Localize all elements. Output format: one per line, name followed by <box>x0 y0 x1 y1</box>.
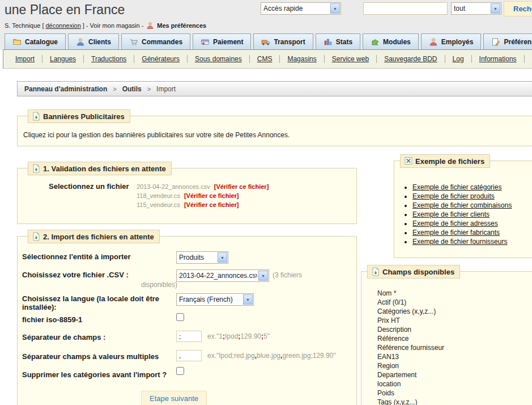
files-available-note: disponibles) <box>141 281 177 289</box>
field-item: Actif (0/1) <box>377 298 444 307</box>
example-file-link[interactable]: Exemple de fichier combinaisons <box>412 201 512 209</box>
person-pink-icon <box>146 22 154 29</box>
delete-categories-checkbox[interactable] <box>176 367 184 375</box>
tab-preferences[interactable]: Préférences <box>483 33 532 50</box>
entity-select[interactable]: Produits <box>177 252 228 263</box>
field-item: EAN13 <box>377 352 444 361</box>
search-input[interactable] <box>363 2 448 15</box>
example-file-link[interactable]: Exemple de fichier clients <box>412 210 490 218</box>
tab-employes[interactable]: Employés <box>421 33 482 50</box>
tab-catalogue[interactable]: Catalogue <box>5 33 66 50</box>
list-item: Exemple de fichier produits <box>412 192 512 201</box>
subtab-traductions[interactable]: Traductions <box>84 55 134 63</box>
iso-checkbox[interactable] <box>176 313 184 321</box>
credit-card-icon <box>201 37 210 47</box>
multivalue-separator-example: ex."Ipod;red.jpg,blue.jpg,green.jpg;129.… <box>207 352 336 360</box>
example-file-link[interactable]: Exemple de fichier fournisseurs <box>412 238 507 246</box>
tab-label: Clients <box>88 38 111 46</box>
subtab-service-web[interactable]: Service web <box>325 55 377 63</box>
page-pencil-icon <box>491 37 500 47</box>
breadcrumb: Panneau d'administration > Outils > Impo… <box>17 81 532 96</box>
csv-file-select-wrap: 2013-04-22_annonces.csv ▼ <box>176 269 269 282</box>
available-fields-section: Champs disponibles Nom * Actif (0/1) Cat… <box>361 271 532 405</box>
tab-label: Paiement <box>213 38 243 46</box>
next-step-button[interactable]: Etape suivante <box>141 391 207 405</box>
multivalue-separator-input[interactable] <box>176 350 202 361</box>
examples-section: Exemple de fichiers Exemple de fichier c… <box>394 161 532 258</box>
banner-title: Bannières Publicitaires <box>43 112 125 121</box>
field-item: Poids <box>377 389 444 398</box>
quick-access-select[interactable]: Accès rapide <box>261 3 341 14</box>
subtab-import[interactable]: Import <box>8 55 42 63</box>
field-item: Prix HT <box>377 316 444 325</box>
subtab-sous-domaines[interactable]: Sous domaines <box>188 55 250 63</box>
breadcrumb-item[interactable]: Outils <box>122 85 142 93</box>
pending-file: 115_vendeur.cs [Vérifier ce fichier] <box>137 200 269 209</box>
subtab-generateurs[interactable]: Générateurs <box>134 55 188 63</box>
validation-section-legend: 1. Validation des fichiers en attente <box>28 162 172 175</box>
delete-categories-label: Supprimer les catégories avant l'import … <box>22 370 192 379</box>
import-page-icon <box>32 164 40 173</box>
validation-section: 1. Validation des fichiers en attente Se… <box>17 168 357 224</box>
csv-file-label: Choisissez votre fichier .CSV : <box>22 271 176 279</box>
example-file-link[interactable]: Exemple de fichier catégories <box>412 183 501 191</box>
my-preferences-link[interactable]: Mes préférences <box>157 22 206 29</box>
main-tab-bar: Catalogue Clients Commandes Paiement Tra… <box>0 33 532 50</box>
bracket: ] <box>83 22 84 29</box>
banner-section-legend: Bannières Publicitaires <box>28 109 130 123</box>
field-item: Description <box>377 325 444 334</box>
file-select-row: Selectionnez un fichier 2013-04-22_annon… <box>49 182 269 209</box>
list-item: Exemple de fichier adresses <box>412 219 512 228</box>
breadcrumb-item[interactable]: Panneau d'administration <box>24 85 107 93</box>
field-item: Catégories (x,y,z...) <box>377 307 444 316</box>
tab-commandes[interactable]: Commandes <box>121 33 190 50</box>
example-file-link[interactable]: Exemple de fichier adresses <box>412 220 498 227</box>
field-item: Tags (x,y,z...) <box>377 398 444 405</box>
verify-file-link[interactable]: [Vérifier ce fichier] <box>184 192 239 199</box>
available-fields-list: Nom * Actif (0/1) Catégories (x,y,z...) … <box>377 289 444 405</box>
tab-label: Modules <box>383 38 411 46</box>
tab-modules[interactable]: Modules <box>363 33 419 50</box>
multivalue-separator-label: Séparateur champs à valeurs multiples <box>22 352 176 361</box>
tab-paiement[interactable]: Paiement <box>193 33 251 50</box>
field-item: Nom * <box>377 289 444 298</box>
entity-label: Sélectionnez l'entité à importer <box>22 252 176 261</box>
logout-link[interactable]: déconnexion <box>45 22 80 29</box>
person-blue-icon <box>76 37 85 47</box>
subtab-log[interactable]: Log <box>445 55 472 63</box>
list-item: Exemple de fichier combinaisons <box>412 201 512 210</box>
subtab-magasins[interactable]: Magasins <box>280 55 324 63</box>
pending-file: 118_vendeur.cs [Vérifier ce fichier] <box>137 191 269 200</box>
subtab-sauvegarde-bdd[interactable]: Sauvegarde BDD <box>377 55 445 63</box>
tab-label: Stats <box>336 38 352 46</box>
import-section: 2. Import des fichiers en attente Sélect… <box>17 236 357 405</box>
banner-text[interactable]: Cliquez ici pour la gestion des bannière… <box>23 131 290 139</box>
dash: - <box>86 22 88 29</box>
tab-transport[interactable]: Transport <box>253 33 313 50</box>
tab-stats[interactable]: Stats <box>316 33 360 50</box>
list-item: Exemple de fichier catégories <box>412 183 512 192</box>
file-name: 118_vendeur.cs <box>137 192 180 199</box>
subtab-cms[interactable]: CMS <box>250 55 280 63</box>
verify-file-link[interactable]: [Vérifier ce fichier] <box>214 183 269 190</box>
field-separator-input[interactable] <box>176 331 202 342</box>
field-separator-label: Séparateur de champs : <box>22 333 176 341</box>
view-shop-link[interactable]: Voir mon magasin <box>90 22 140 29</box>
import-page-icon <box>32 232 40 241</box>
subtab-informations[interactable]: Informations <box>472 55 525 63</box>
example-file-link[interactable]: Exemple de fichier produits <box>412 192 495 200</box>
example-file-link[interactable]: Exemple de fichier fabricants <box>412 229 500 237</box>
prestashop-admin-page: une Place en France Accès rapide ▼ tout … <box>0 0 532 405</box>
import-title: 2. Import des fichiers en attente <box>43 233 154 241</box>
language-select[interactable]: Français (French) <box>177 294 253 305</box>
subtab-langues[interactable]: Langues <box>42 55 84 63</box>
shop-title: une Place en France <box>5 2 125 18</box>
tab-clients[interactable]: Clients <box>68 33 119 50</box>
tab-label: Catalogue <box>25 38 58 46</box>
verify-file-link[interactable]: [Vérifier ce fichier] <box>184 201 239 208</box>
search-scope-select[interactable]: tout <box>452 3 501 14</box>
user-line: S. Technique [ déconnexion ] - Voir mon … <box>5 22 206 29</box>
search-button[interactable]: Recherche <box>504 1 532 16</box>
language-label: Choisissez la langue (la locale doit êtr… <box>22 294 176 311</box>
csv-file-select[interactable]: 2013-04-22_annonces.csv <box>177 270 269 281</box>
